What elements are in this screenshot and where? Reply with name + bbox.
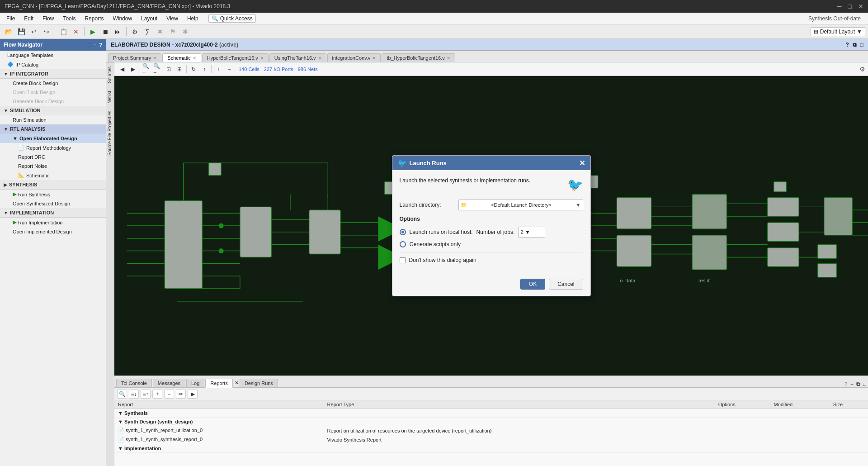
toolbar-flag-btn[interactable]: ⚑ [167,26,179,37]
maximize-btn[interactable]: □ [848,3,852,10]
menu-file[interactable]: File [3,14,19,23]
sch-zoom-in-btn[interactable]: 🔍+ [142,64,152,74]
toolbar-redo-btn[interactable]: ↪ [41,26,52,37]
nav-item-language-templates[interactable]: Language Templates [0,51,106,60]
tab-hyperbolic-tangent[interactable]: HyperBolicTangent16.v ✕ [202,53,269,62]
sch-back-btn[interactable]: ◀ [117,64,127,74]
toolbar-undo-btn[interactable]: ↩ [28,26,40,37]
sch-minus-btn[interactable]: − [224,64,234,74]
btool-remove-btn[interactable]: − [164,390,174,399]
section-ip-integrator[interactable]: ▼ IP INTEGRATOR [0,69,106,79]
btab-design-runs[interactable]: Design Runs [240,379,278,387]
implementation-expand-icon[interactable]: ▼ [118,446,123,451]
btab-close-reports[interactable]: ✕ [234,379,240,387]
sch-zoom-out-btn[interactable]: 🔍− [153,64,163,74]
btool-run-btn[interactable]: ▶ [188,390,198,399]
max-icon[interactable]: □ [860,42,863,48]
btool-search-btn[interactable]: 🔍 [117,390,127,399]
quick-access-bar[interactable]: 🔍 Quick Access [208,14,256,23]
flow-nav-minus-icon[interactable]: − [94,42,96,48]
cancel-button[interactable]: Cancel [549,279,583,290]
tab-project-summary-close[interactable]: ✕ [153,56,156,61]
sch-refresh-btn[interactable]: ↻ [189,64,198,74]
minimize-btn[interactable]: ─ [837,3,842,10]
dont-show-checkbox[interactable] [400,257,406,263]
nav-item-ip-catalog[interactable]: 🔷 IP Catalog [0,60,106,69]
toolbar-open-btn[interactable]: 📂 [3,26,14,37]
toolbar-step-btn[interactable]: ⏭ [112,26,124,37]
source-file-properties-label[interactable]: Source File Properties [106,107,114,159]
sch-nav-up-btn[interactable]: ↑ [199,64,209,74]
sch-nets[interactable]: 986 Nets [298,67,318,72]
sch-add-btn[interactable]: + [213,64,223,74]
tab-project-summary[interactable]: Project Summary ✕ [108,53,161,62]
btool-edit-btn[interactable]: ✏ [176,390,186,399]
help-icon[interactable]: ? [845,42,849,48]
btab-tcl-console[interactable]: Tcl Console [116,379,152,387]
sch-gear-icon[interactable]: ⚙ [859,66,865,73]
bottom-float-icon[interactable]: ⧉ [856,381,860,387]
sch-cells[interactable]: 140 Cells [239,67,259,72]
synthesis-expand-icon[interactable]: ▼ [118,410,123,416]
btab-log[interactable]: Log [186,379,204,387]
nav-generate-block-design[interactable]: Generate Block Design [0,97,106,106]
toolbar-delete-btn[interactable]: ✕ [70,26,82,37]
menu-reports[interactable]: Reports [81,14,107,23]
bottom-min-icon[interactable]: − [850,381,854,387]
menu-window[interactable]: Window [109,14,136,23]
menu-help[interactable]: Help [184,14,202,23]
jobs-select[interactable]: 2 ▼ [518,227,545,238]
toolbar-settings-btn[interactable]: ⚙ [129,26,141,37]
layout-select[interactable]: ⊞ Default Layout ▼ [811,27,865,36]
generate-scripts-radio[interactable] [400,241,406,247]
toolbar-save-btn[interactable]: 💾 [15,26,27,37]
menu-view[interactable]: View [163,14,182,23]
sources-label[interactable]: Sources [106,62,114,87]
bottom-max-icon[interactable]: □ [863,381,866,387]
report-synthesis-row[interactable]: 📄 synth_1_synth_synthesis_report_0 [114,435,324,444]
tab-using-tanh[interactable]: UsingTheTanh16.v ✕ [269,53,326,62]
tab-tb-hyperbolic[interactable]: tb_HyperBolicTangent16.v ✕ [382,53,455,62]
nav-open-synthesized-design[interactable]: Open Synthesized Design [0,199,106,208]
tab-integration-conv[interactable]: integrationConv.v ✕ [327,53,381,62]
flow-nav-question-icon[interactable]: ? [99,42,102,48]
tab-schematic[interactable]: Schematic ✕ [162,53,201,62]
tab-tb-hyperbolic-close[interactable]: ✕ [447,56,450,61]
ok-button[interactable]: OK [520,279,545,290]
toolbar-run-btn[interactable]: ▶ [87,26,99,37]
close-btn[interactable]: ✕ [858,3,863,10]
sch-full-btn[interactable]: ⊞ [175,64,184,74]
tab-schematic-close[interactable]: ✕ [193,56,196,61]
toolbar-sigma-btn[interactable]: ∑ [142,26,153,37]
nav-report-drc[interactable]: Report DRC [0,152,106,162]
btool-collapse-btn[interactable]: ≡↑ [141,390,151,399]
nav-create-block-design[interactable]: Create Block Design [0,79,106,88]
section-implementation[interactable]: ▼ IMPLEMENTATION [0,208,106,218]
menu-edit[interactable]: Edit [20,14,37,23]
sch-fit-btn[interactable]: ⊡ [164,64,174,74]
nav-report-noise[interactable]: Report Noise [0,162,106,171]
nav-report-methodology[interactable]: 📄 Report Methodology [0,143,106,152]
tab-using-tanh-close[interactable]: ✕ [318,56,321,61]
float-icon[interactable]: ⧉ [853,42,857,48]
nav-run-implementation[interactable]: ▶ Run Implementation [0,218,106,227]
launch-dir-select[interactable]: 📁 <Default Launch Directory> ▼ [458,200,583,210]
sch-io-ports[interactable]: 227 I/O Ports [264,67,293,72]
bottom-help-icon[interactable]: ? [844,381,848,387]
toolbar-cross-btn[interactable]: ✖ [154,26,166,37]
section-synthesis[interactable]: ▶ SYNTHESIS [0,180,106,190]
modal-close-btn[interactable]: ✕ [579,159,585,167]
btab-messages[interactable]: Messages [153,379,185,387]
nav-open-elaborated-design[interactable]: ▼ Open Elaborated Design [0,134,106,143]
sch-forward-btn[interactable]: ▶ [128,64,138,74]
menu-layout[interactable]: Layout [137,14,161,23]
nav-run-synthesis[interactable]: ▶ Run Synthesis [0,190,106,199]
nav-open-block-design[interactable]: Open Block Design [0,88,106,97]
section-simulation[interactable]: ▼ SIMULATION [0,106,106,115]
tab-integration-conv-close[interactable]: ✕ [372,56,376,61]
menu-tools[interactable]: Tools [59,14,79,23]
section-rtl-analysis[interactable]: ▼ RTL ANALYSIS [0,124,106,134]
report-utilization-row[interactable]: 📄 synth_1_synth_report_utilization_0 [114,426,324,435]
launch-local-radio[interactable] [400,229,406,235]
toolbar-stop-btn[interactable]: ⏹ [99,26,111,37]
